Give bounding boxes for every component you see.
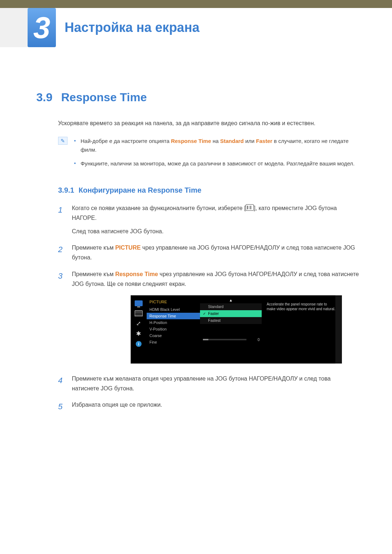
- osd-item: V-Position: [147, 326, 200, 332]
- step-body: Преминете към желаната опция чрез управл…: [72, 374, 359, 393]
- note-bullets: Най-добре е да настроите опцията Respons…: [74, 137, 359, 173]
- highlight-standard: Standard: [220, 138, 244, 144]
- highlight-response-time: Response Time: [115, 271, 158, 277]
- note-bullet-1: Най-добре е да настроите опцията Respons…: [74, 137, 359, 154]
- osd-menu: PICTURE HDMI Black Level Response Time H…: [147, 295, 200, 364]
- text: Преминете към: [72, 245, 115, 251]
- top-accent-bar: [0, 0, 392, 8]
- list-icon: [135, 311, 143, 316]
- steps-list: 1 Когато се появи указание за функционал…: [58, 203, 359, 414]
- osd-description: Accelerate the panel response rate to ma…: [262, 295, 342, 364]
- osd-options: ▲ Standard Faster Fastest 0: [200, 295, 261, 364]
- highlight-response-time: Response Time: [171, 138, 211, 144]
- chapter-number-badge: 3: [28, 8, 56, 47]
- section-heading: 3.9Response Time: [36, 91, 359, 104]
- arrow-up-icon: ▲: [200, 298, 261, 303]
- osd-slider-row: 0: [200, 338, 261, 342]
- note-bullet-2: Функциите, налични за монитора, може да …: [74, 159, 359, 168]
- step-body: Избраната опция ще се приложи.: [72, 400, 162, 413]
- header-left-strip: [0, 8, 29, 47]
- osd-option-selected: Faster: [200, 310, 261, 317]
- osd-item: H-Position: [147, 319, 200, 326]
- step-3: 3 Преминете към Response Time чрез управ…: [58, 269, 359, 289]
- osd-item-active: Response Time: [147, 313, 200, 319]
- osd-item: Fine: [147, 339, 200, 345]
- step-number: 4: [58, 374, 66, 393]
- section-title: Response Time: [61, 91, 147, 104]
- info-icon: i: [135, 341, 143, 347]
- highlight-picture: PICTURE: [115, 245, 140, 251]
- osd-screenshot: ⤢ ✱ i PICTURE HDMI Black Level Response …: [131, 295, 342, 364]
- subsection-heading: 3.9.1Конфигуриране на Response Time: [58, 186, 359, 194]
- osd-option: Fastest: [200, 317, 261, 324]
- subsection-number: 3.9.1: [58, 186, 74, 194]
- menu-grid-icon: [246, 204, 254, 211]
- osd-menu-title: PICTURE: [147, 299, 200, 306]
- osd-item: HDMI Black Level: [147, 306, 200, 313]
- osd-right-bar: [335, 295, 342, 364]
- gear-icon: ✱: [135, 331, 143, 337]
- chapter-header: 3 Настройка на екрана: [0, 8, 392, 47]
- subsection-title: Конфигуриране на Response Time: [78, 186, 201, 194]
- text: на: [211, 138, 220, 144]
- osd-slider: [203, 339, 246, 340]
- step-body: Когато се появи указание за функционални…: [72, 203, 359, 237]
- monitor-icon: [135, 300, 143, 306]
- note-block: ✎ Най-добре е да настроите опцията Respo…: [58, 137, 359, 173]
- step-body: Преминете към PICTURE чрез управление на…: [72, 243, 359, 262]
- step-4: 4 Преминете към желаната опция чрез упра…: [58, 374, 359, 393]
- step-2: 2 Преминете към PICTURE чрез управление …: [58, 243, 359, 262]
- step-1: 1 Когато се появи указание за функционал…: [58, 203, 359, 237]
- resize-icon: ⤢: [135, 321, 143, 327]
- page-content: 3.9Response Time Ускорявате времето за р…: [0, 47, 392, 414]
- osd-option: Standard: [200, 303, 261, 310]
- osd-item: Coarse: [147, 332, 200, 339]
- step-5: 5 Избраната опция ще се приложи.: [58, 400, 359, 413]
- note-icon: ✎: [58, 137, 68, 145]
- section-number: 3.9: [36, 91, 52, 104]
- step-number: 1: [58, 203, 66, 237]
- text: Най-добре е да настроите опцията: [81, 138, 171, 144]
- chapter-number: 3: [33, 10, 50, 45]
- osd-slider-value: 0: [249, 338, 260, 342]
- text: или: [244, 138, 256, 144]
- chapter-title: Настройка на екрана: [65, 20, 199, 35]
- text: Преминете към: [72, 271, 115, 277]
- text: След това натиснете JOG бутона.: [72, 228, 164, 234]
- step-number: 3: [58, 269, 66, 289]
- step-number: 5: [58, 400, 66, 413]
- osd-sidebar: ⤢ ✱ i: [131, 295, 147, 364]
- text: Когато се появи указание за функционални…: [72, 205, 246, 211]
- section-intro: Ускорявате времето за реакция на панела,…: [58, 119, 359, 128]
- step-body: Преминете към Response Time чрез управле…: [72, 269, 359, 289]
- highlight-faster: Faster: [256, 138, 272, 144]
- step-number: 2: [58, 243, 66, 262]
